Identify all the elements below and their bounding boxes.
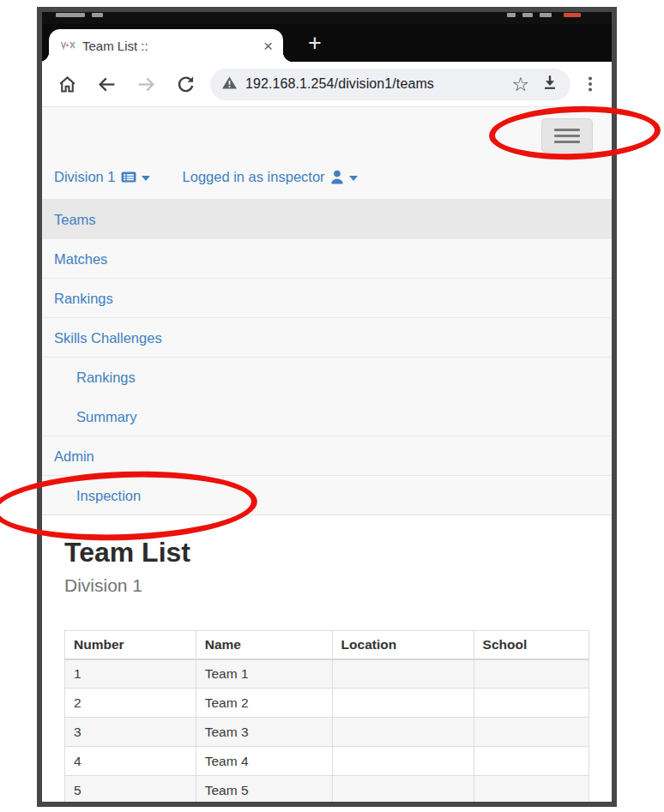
table-row: 4 Team 4 bbox=[65, 747, 589, 776]
site-navbar: Division 1 Logged in a bbox=[42, 107, 612, 515]
cell-school bbox=[474, 776, 589, 803]
tab-close-icon[interactable]: × bbox=[263, 38, 273, 54]
page-title: Team List bbox=[64, 536, 589, 568]
nav-item-admin[interactable]: Admin bbox=[42, 436, 612, 475]
nav-item-skills-challenges[interactable]: Skills Challenges bbox=[42, 317, 612, 357]
menu-dots-icon[interactable] bbox=[577, 67, 603, 101]
cell-number: 5 bbox=[65, 776, 196, 803]
caret-down-icon bbox=[349, 176, 358, 181]
cell-number: 2 bbox=[65, 689, 196, 718]
col-header-number: Number bbox=[65, 631, 196, 659]
division-list-icon bbox=[121, 171, 136, 183]
bookmark-star-icon[interactable]: ☆ bbox=[511, 75, 529, 94]
nav-item-skills-summary[interactable]: Summary bbox=[42, 396, 612, 436]
cell-number: 1 bbox=[65, 659, 196, 689]
table-row: 1 Team 1 bbox=[65, 659, 589, 689]
home-button[interactable] bbox=[47, 67, 87, 101]
table-row: 2 Team 2 bbox=[65, 689, 589, 718]
browser-toolbar: 192.168.1.254/division1/teams ☆ bbox=[42, 62, 612, 107]
reload-button[interactable] bbox=[166, 67, 205, 101]
cell-name: Team 3 bbox=[196, 718, 332, 747]
back-button[interactable] bbox=[87, 67, 126, 101]
table-row: 3 Team 3 bbox=[65, 718, 589, 747]
page-body: Division 1 Logged in a bbox=[42, 107, 612, 802]
vex-favicon-icon bbox=[61, 40, 75, 51]
col-header-school: School bbox=[474, 631, 589, 659]
cell-location bbox=[332, 689, 474, 718]
cell-school bbox=[474, 718, 589, 747]
site-warning-icon bbox=[221, 75, 238, 93]
cell-school bbox=[474, 659, 589, 689]
table-row: 5 Team 5 bbox=[65, 776, 589, 803]
nav-item-teams[interactable]: Teams bbox=[42, 199, 612, 238]
col-header-name: Name bbox=[196, 631, 332, 659]
new-tab-button[interactable]: + bbox=[299, 27, 330, 58]
browser-tab[interactable]: Team List :: × bbox=[49, 29, 283, 62]
nav-menu: Teams Matches Rankings Skills Challenges… bbox=[42, 199, 612, 514]
cell-location bbox=[332, 718, 474, 747]
cell-number: 3 bbox=[65, 718, 196, 747]
teams-table: Number Name Location School 1 Team 1 bbox=[64, 630, 589, 802]
cell-name: Team 2 bbox=[196, 689, 332, 718]
status-clock-mark bbox=[56, 13, 85, 17]
cell-name: Team 1 bbox=[196, 659, 332, 689]
cell-name: Team 4 bbox=[196, 747, 332, 776]
url-text: 192.168.1.254/division1/teams bbox=[245, 76, 511, 92]
page-subtitle: Division 1 bbox=[64, 575, 589, 596]
status-bar bbox=[42, 12, 612, 24]
screenshot-canvas: Team List :: × + bbox=[0, 0, 664, 812]
cell-name: Team 5 bbox=[196, 776, 332, 803]
status-notification-icon bbox=[92, 13, 103, 17]
cell-location bbox=[332, 659, 474, 689]
status-percent-mark bbox=[540, 13, 552, 17]
navbar-header: Division 1 Logged in a bbox=[42, 169, 612, 199]
nav-item-matches[interactable]: Matches bbox=[42, 238, 612, 278]
cell-school bbox=[474, 689, 589, 718]
download-icon[interactable] bbox=[540, 73, 559, 95]
division-label: Division 1 bbox=[54, 169, 116, 185]
table-header-row: Number Name Location School bbox=[65, 631, 589, 659]
status-wifi-icon bbox=[507, 13, 516, 17]
division-dropdown[interactable]: Division 1 bbox=[54, 169, 150, 185]
cell-number: 4 bbox=[65, 747, 196, 776]
main-content: Team List Division 1 Number Name Locatio… bbox=[42, 515, 612, 802]
url-bar[interactable]: 192.168.1.254/division1/teams ☆ bbox=[210, 69, 570, 100]
forward-button[interactable] bbox=[126, 67, 166, 101]
tab-title: Team List :: bbox=[82, 39, 148, 53]
status-signal-icon bbox=[522, 13, 533, 17]
cell-location bbox=[332, 776, 474, 803]
tab-bar: Team List :: × + bbox=[42, 24, 612, 62]
logged-in-label: Logged in as inspector bbox=[183, 169, 325, 185]
nav-item-skills-rankings[interactable]: Rankings bbox=[42, 357, 612, 396]
status-battery-icon bbox=[564, 13, 581, 17]
user-dropdown[interactable]: Logged in as inspector bbox=[183, 169, 358, 185]
col-header-location: Location bbox=[332, 631, 474, 659]
nav-item-rankings[interactable]: Rankings bbox=[42, 278, 612, 317]
cell-school bbox=[474, 747, 589, 776]
cell-location bbox=[332, 747, 474, 776]
user-icon bbox=[330, 170, 344, 184]
caret-down-icon bbox=[142, 176, 150, 181]
